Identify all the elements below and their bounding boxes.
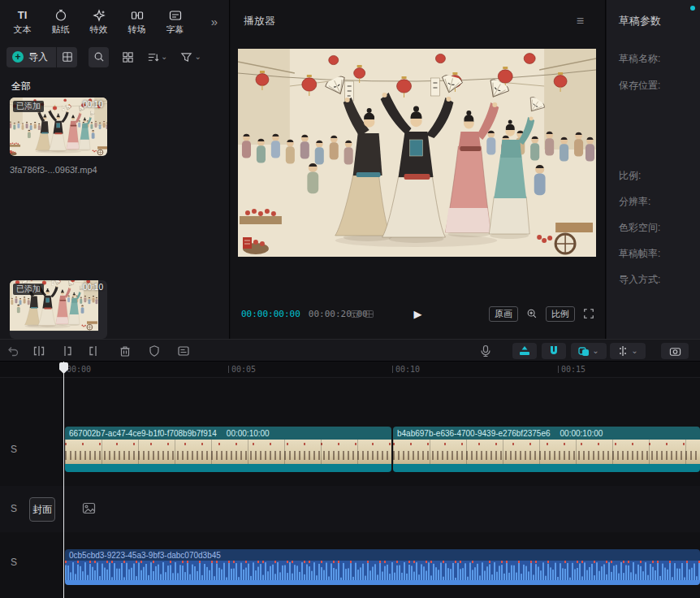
- preview-axis-toggle[interactable]: ⌄: [610, 343, 646, 359]
- field-import-mode: 导入方式:: [619, 273, 660, 287]
- mask-shield-icon[interactable]: [148, 344, 161, 358]
- ruler-tick: [228, 366, 229, 373]
- text-batch-icon[interactable]: [177, 344, 190, 358]
- tab-transition[interactable]: 转场: [118, 8, 156, 34]
- grid-icon: [62, 51, 73, 63]
- category-all[interactable]: 全部: [11, 80, 31, 93]
- player-title: 播放器: [244, 14, 275, 28]
- audio-waveform: [65, 561, 700, 580]
- clip-duration: 00:00:10:00: [560, 429, 603, 438]
- track-badge-cover: S: [8, 503, 19, 514]
- preview-axis-icon: [617, 345, 629, 357]
- caption-icon: [169, 8, 182, 22]
- field-color-space: 色彩空间:: [619, 221, 660, 235]
- timeline: 00:00 00:05 00:10 00:15 S S S 封面 667002b…: [0, 362, 700, 598]
- screen-record-button[interactable]: [661, 343, 689, 359]
- player-menu-icon[interactable]: ≡: [577, 14, 584, 28]
- voiceover-mic-icon[interactable]: [479, 344, 492, 358]
- split-icon[interactable]: [32, 344, 45, 358]
- cover-track-row: [0, 486, 700, 532]
- clip-name: 667002b7-ac47-4ce9-b1f0-f708b9b7f914: [69, 429, 217, 438]
- asset-tabs: TI 文本 贴纸 特效 转场 字幕 »: [0, 0, 229, 42]
- sort-icon: [147, 51, 159, 63]
- cover-image-icon[interactable]: [82, 501, 96, 515]
- expand-toolbar-button[interactable]: »: [211, 15, 218, 28]
- tab-sticker-label: 贴纸: [52, 25, 70, 34]
- tab-text[interactable]: TI 文本: [3, 8, 41, 34]
- draft-params-panel: 草稿参数 草稿名称: 保存位置: 比例: 分辨率: 色彩空间: 草稿帧率: 导入…: [607, 0, 700, 339]
- delete-icon[interactable]: [119, 344, 132, 358]
- zoom-icon[interactable]: [526, 308, 538, 319]
- search-button[interactable]: [89, 47, 109, 67]
- clip-duration: 00:00:10:00: [227, 429, 270, 438]
- current-time: 00:00:00:00: [241, 309, 300, 319]
- media-filename: 3fa786f3-...0963f.mp4: [10, 165, 132, 175]
- field-draft-name: 草稿名称:: [619, 52, 660, 66]
- audio-clip[interactable]: 0cb5cbd3-9223-45a3-9bf3-dabc070d3b45: [65, 549, 700, 585]
- sort-button[interactable]: ⌄: [147, 51, 167, 63]
- cover-button[interactable]: 封面: [29, 497, 55, 522]
- tab-sticker[interactable]: 贴纸: [41, 8, 80, 34]
- added-badge: 已添加: [13, 101, 44, 112]
- trim-right-icon[interactable]: [88, 344, 101, 358]
- timeline-ruler[interactable]: 00:00 00:05 00:10 00:15: [0, 362, 700, 378]
- tab-effects-label: 特效: [90, 25, 108, 34]
- import-folder-grid-button[interactable]: [57, 47, 77, 67]
- import-button[interactable]: + 导入: [6, 47, 56, 67]
- ruler-tick: [392, 366, 393, 373]
- params-title: 草稿参数: [619, 14, 661, 28]
- search-icon: [93, 51, 105, 63]
- video-clip-1[interactable]: 667002b7-ac47-4ce9-b1f0-f708b9b7f914 00:…: [65, 427, 391, 472]
- sticker-icon: [54, 8, 67, 22]
- player-panel: 播放器 ≡ 00:00:00:00 00:00:20:00 ▶ 原画 比例: [231, 0, 606, 339]
- ruler-label: 00:05: [231, 365, 256, 374]
- text-tool-icon: TI: [18, 8, 28, 22]
- media-actions: + 导入 ⌄ ⌄: [0, 42, 229, 72]
- clip-footer-bar: [393, 464, 700, 472]
- split-view-icon-b[interactable]: [364, 309, 374, 319]
- ruler-label: 00:10: [395, 365, 420, 374]
- media-item-2[interactable]: 已添加 00:10: [10, 280, 107, 339]
- preview-canvas: [238, 49, 596, 257]
- media-panel: TI 文本 贴纸 特效 转场 字幕 »: [0, 0, 230, 339]
- ruler-tick: [558, 366, 559, 373]
- original-quality-button[interactable]: 原画: [489, 306, 518, 322]
- magnet-icon: [548, 345, 560, 357]
- auto-snap-toggle[interactable]: [542, 343, 566, 359]
- undo-icon[interactable]: [6, 344, 19, 358]
- tab-caption-label: 字幕: [166, 25, 184, 34]
- clip-name: b4ab697b-e636-4700-9439-e276bf2375e6: [397, 429, 551, 438]
- tab-effects[interactable]: 特效: [80, 8, 118, 34]
- tiles-icon: [122, 51, 134, 63]
- track-badge-video: S: [8, 444, 19, 455]
- effects-icon: [93, 8, 106, 22]
- link-icon: [578, 345, 590, 357]
- tab-caption[interactable]: 字幕: [156, 8, 194, 34]
- clip-footer-bar: [65, 464, 391, 472]
- plus-icon: +: [12, 51, 24, 63]
- filter-icon: [180, 51, 192, 63]
- trim-left-icon[interactable]: [60, 344, 73, 358]
- track-magnet-icon: [519, 345, 530, 357]
- duration-label: 00:10: [83, 101, 103, 109]
- video-clip-2[interactable]: b4ab697b-e636-4700-9439-e276bf2375e6 00:…: [393, 427, 700, 472]
- media-item-1[interactable]: 已添加 00:10: [10, 98, 107, 156]
- added-badge: 已添加: [13, 284, 44, 295]
- fullscreen-icon[interactable]: [583, 308, 594, 319]
- playhead-line: [63, 362, 64, 598]
- filter-button[interactable]: ⌄: [180, 51, 201, 63]
- clip-filmstrip: [393, 440, 700, 464]
- play-button[interactable]: ▶: [414, 302, 422, 325]
- linkage-toggle[interactable]: ⌄: [571, 343, 607, 359]
- chevron-down-icon: ⌄: [194, 53, 201, 61]
- split-view-icon-a[interactable]: [350, 309, 361, 319]
- ratio-button[interactable]: 比例: [546, 306, 575, 322]
- main-track-magnet-toggle[interactable]: [512, 343, 537, 359]
- audio-clip-name: 0cb5cbd3-9223-45a3-9bf3-dabc070d3b45: [69, 551, 221, 560]
- chevron-down-icon: ⌄: [161, 53, 167, 61]
- track-badge-audio: S: [8, 557, 19, 568]
- view-mode-button[interactable]: [122, 51, 134, 63]
- tab-transition-label: 转场: [128, 25, 146, 34]
- player-controls: 00:00:00:00 00:00:20:00 ▶ 原画 比例: [231, 302, 605, 325]
- timeline-toolbar: ⌄ ⌄: [0, 339, 700, 362]
